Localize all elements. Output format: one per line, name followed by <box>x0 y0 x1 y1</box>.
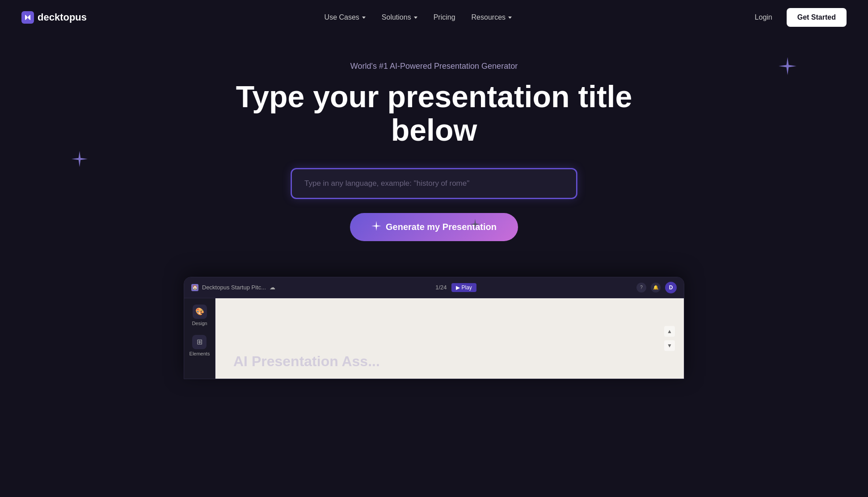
topbar-left: 🏠 Decktopus Startup Pitc... ☁ <box>191 284 275 291</box>
slide-navigation-arrows: ▲ ▼ <box>664 326 675 351</box>
chevron-down-icon <box>362 17 366 19</box>
hero-title: Type your presentation title below <box>233 80 635 147</box>
sparkle-icon-bottom <box>470 219 480 230</box>
nav-links: Use Cases Solutions Pricing Resources <box>324 13 512 21</box>
play-label: Play <box>462 284 472 291</box>
sparkle-decoration-left <box>72 151 88 171</box>
get-started-button[interactable]: Get Started <box>787 8 847 27</box>
arrow-up-button[interactable]: ▲ <box>664 326 675 337</box>
nav-item-pricing[interactable]: Pricing <box>434 13 455 21</box>
help-icon[interactable]: ? <box>636 283 646 292</box>
user-avatar[interactable]: D <box>665 282 677 293</box>
presentation-input-wrapper <box>291 168 577 199</box>
design-icon: 🎨 <box>193 305 207 319</box>
sidebar-elements-label: Elements <box>190 351 210 356</box>
nav-item-resources[interactable]: Resources <box>472 13 512 21</box>
nav-item-solutions[interactable]: Solutions <box>382 13 417 21</box>
login-button[interactable]: Login <box>750 10 778 25</box>
hero-section: World's #1 AI-Powered Presentation Gener… <box>0 35 868 259</box>
hero-subtitle: World's #1 AI-Powered Presentation Gener… <box>350 62 518 71</box>
chevron-down-icon <box>508 17 512 19</box>
topbar-right: ? 🔔 D <box>636 282 677 293</box>
sidebar-design-label: Design <box>192 321 207 326</box>
elements-icon: ⊞ <box>192 335 206 349</box>
play-badge[interactable]: ▶ Play <box>451 283 476 292</box>
slide-counter: 1/24 <box>435 284 447 291</box>
play-icon: ▶ <box>456 284 460 291</box>
app-preview: 🏠 Decktopus Startup Pitc... ☁ 1/24 ▶ Pla… <box>184 277 684 379</box>
navigation: decktopus Use Cases Solutions Pricing Re… <box>0 0 868 35</box>
bell-icon[interactable]: 🔔 <box>651 283 661 292</box>
sidebar-item-design[interactable]: 🎨 Design <box>192 305 207 326</box>
sparkle-decoration-top-right <box>779 57 796 79</box>
app-topbar: 🏠 Decktopus Startup Pitc... ☁ 1/24 ▶ Pla… <box>184 277 684 298</box>
sparkle-button-svg <box>371 221 381 231</box>
app-body: 🎨 Design ⊞ Elements AI Presentation Ass.… <box>184 298 684 379</box>
slide-preview-text: AI Presentation Ass... <box>233 353 380 370</box>
sparkle-icon-top-right <box>779 57 796 75</box>
presentation-title-input[interactable] <box>291 168 577 199</box>
sparkle-decoration-bottom <box>470 219 480 232</box>
app-sidebar: 🎨 Design ⊞ Elements <box>184 298 215 379</box>
sidebar-item-elements[interactable]: ⊞ Elements <box>190 335 210 356</box>
chevron-down-icon <box>414 17 417 19</box>
arrow-down-button[interactable]: ▼ <box>664 340 675 351</box>
generate-presentation-button[interactable]: Generate my Presentation <box>350 213 518 241</box>
slide-preview: AI Presentation Ass... ▲ ▼ <box>215 298 684 379</box>
nav-actions: Login Get Started <box>750 8 847 27</box>
nav-item-use-cases[interactable]: Use Cases <box>324 13 366 21</box>
sparkle-button-icon <box>371 221 381 233</box>
logo-text: decktopus <box>38 12 87 23</box>
sparkle-icon-left <box>72 151 88 167</box>
topbar-center: 1/24 ▶ Play <box>435 283 476 292</box>
logo-icon <box>21 11 34 24</box>
project-name: Decktopus Startup Pitc... <box>202 284 266 291</box>
logo-link[interactable]: decktopus <box>21 11 87 24</box>
home-icon: 🏠 <box>191 284 198 291</box>
cloud-icon: ☁ <box>270 284 275 291</box>
